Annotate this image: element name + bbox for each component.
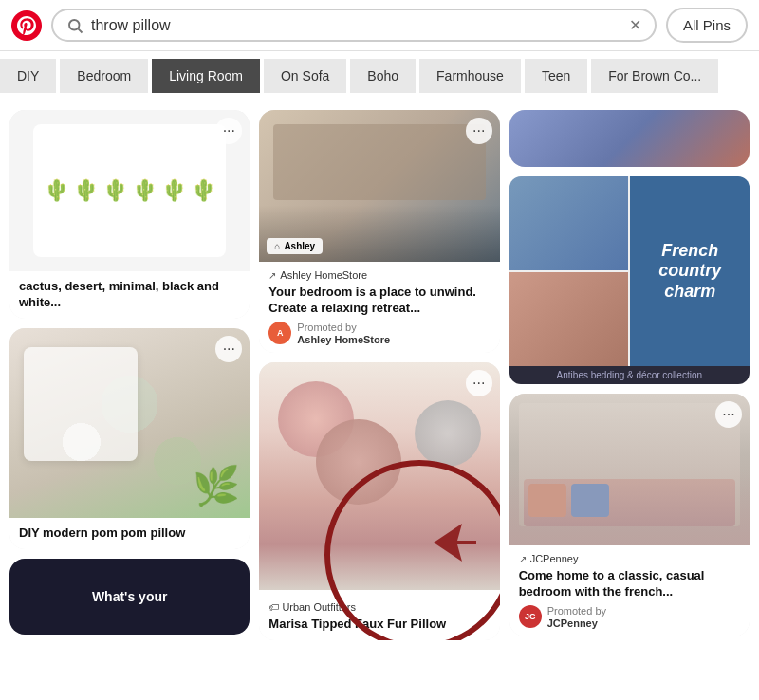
tab-farmhouse[interactable]: Farmhouse — [419, 59, 521, 93]
pom-pin-title: DIY modern pom pom pillow — [19, 525, 240, 542]
svg-point-1 — [69, 20, 80, 30]
ashley-promoted-name: Ashley HomeStore — [297, 334, 390, 345]
search-input[interactable] — [91, 17, 621, 34]
cactus-pin-title: cactus, desert, minimal, black and white… — [19, 279, 240, 311]
french-image-grid: French country charm — [509, 176, 750, 366]
fur-arrow-icon — [424, 514, 481, 571]
pin-pom[interactable]: 🌿 DIY modern pom pom pillow ··· — [9, 328, 250, 549]
all-pins-button[interactable]: All Pins — [666, 8, 748, 43]
svg-point-0 — [11, 10, 42, 41]
fur-source-name: Urban Outfitters — [282, 601, 356, 613]
ashley-image: ⌂ Ashley — [259, 110, 499, 262]
whats-image: What's your — [9, 559, 250, 635]
tab-bedroom[interactable]: Bedroom — [60, 59, 148, 93]
column-2: ⌂ Ashley ↗ Ashley HomeStore Your bedroom… — [259, 110, 499, 687]
jcp-avatar: JC — [519, 605, 542, 628]
ashley-promoted-label: Promoted by — [297, 321, 390, 334]
pinterest-logo[interactable] — [11, 10, 42, 41]
pin-cactus[interactable]: 🌵 🌵 🌵 🌵 🌵 🌵 cactus, desert, minimal, bla… — [9, 110, 250, 319]
jcp-description: Come home to a classic, casual bedroom w… — [519, 568, 740, 600]
ashley-more-menu[interactable]: ··· — [466, 118, 492, 144]
pin-bedroom-top[interactable] — [509, 110, 750, 167]
column-3: French country charm Antibes bedding & d… — [509, 110, 750, 687]
tab-for-brown[interactable]: For Brown Co... — [591, 59, 718, 93]
antibes-label: Antibes bedding & décor collection — [509, 366, 750, 384]
pom-image: 🌿 — [9, 328, 250, 518]
ashley-source: ↗ Ashley HomeStore — [268, 269, 490, 281]
search-bar[interactable]: ✕ — [51, 9, 657, 42]
jcp-source: ↗ JCPenney — [519, 553, 740, 564]
pin-whats[interactable]: What's your — [9, 559, 250, 635]
svg-line-2 — [78, 28, 82, 32]
clear-search-icon[interactable]: ✕ — [629, 16, 641, 34]
tab-boho[interactable]: Boho — [350, 59, 416, 93]
jcp-promoted-name: JCPenney — [547, 617, 606, 629]
fur-tag-icon: 🏷 — [268, 601, 282, 613]
svg-marker-3 — [434, 524, 476, 562]
jcp-more-menu[interactable]: ··· — [715, 401, 742, 428]
pin-ashley[interactable]: ⌂ Ashley ↗ Ashley HomeStore Your bedroom… — [259, 110, 499, 353]
ashley-avatar: A — [268, 322, 291, 344]
tab-on-sofa[interactable]: On Sofa — [264, 59, 346, 93]
cactus-image: 🌵 🌵 🌵 🌵 🌵 🌵 — [9, 110, 250, 271]
fur-more-menu[interactable]: ··· — [466, 370, 492, 396]
tab-living-room[interactable]: Living Room — [152, 59, 260, 93]
tab-diy[interactable]: DIY — [0, 59, 56, 93]
tab-teen[interactable]: Teen — [525, 59, 587, 93]
search-icon — [66, 17, 83, 34]
jcp-source-name: JCPenney — [530, 553, 579, 564]
column-1: 🌵 🌵 🌵 🌵 🌵 🌵 cactus, desert, minimal, bla… — [9, 110, 250, 687]
fur-source: Urban Outfitters — [282, 601, 356, 613]
ashley-brand: Ashley — [284, 241, 315, 251]
ashley-description: Your bedroom is a place to unwind. Creat… — [268, 285, 490, 317]
pom-more-menu[interactable]: ··· — [215, 336, 242, 362]
pin-french[interactable]: French country charm Antibes bedding & d… — [509, 176, 750, 384]
ashley-logo-icon: ⌂ — [274, 241, 280, 251]
filter-tabs: DIY Bedroom Living Room On Sofa Boho Far… — [0, 51, 759, 101]
pin-jcp[interactable]: ↗ JCPenney Come home to a classic, casua… — [509, 394, 750, 636]
whats-label: What's your — [92, 589, 168, 604]
french-charm-text: French country charm — [658, 241, 721, 303]
header: ✕ All Pins — [0, 0, 759, 51]
jcp-promoted-label: Promoted by — [547, 604, 606, 617]
jcp-image — [509, 394, 750, 545]
pin-fur[interactable]: 🏷 Urban Outfitters Marisa Tipped Faux Fu… — [259, 362, 499, 640]
fur-image — [259, 362, 499, 590]
fur-title: Marisa Tipped Faux Fur Pillow — [268, 617, 490, 633]
pin-grid: 🌵 🌵 🌵 🌵 🌵 🌵 cactus, desert, minimal, bla… — [0, 101, 759, 696]
ashley-source-name: Ashley HomeStore — [280, 269, 367, 281]
